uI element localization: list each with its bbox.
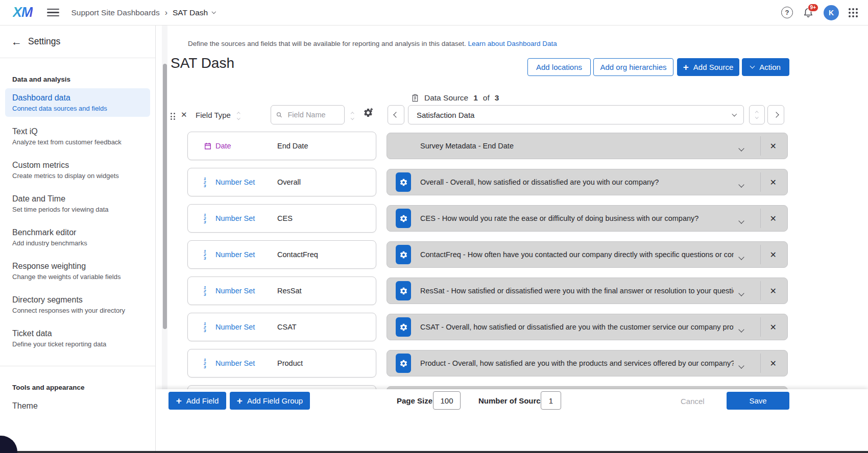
add-field-group-label: Add Field Group <box>247 396 303 405</box>
remove-mapping-button[interactable]: ✕ <box>767 213 780 224</box>
mapping-row[interactable]: Overall - Overall, how satisfied or diss… <box>387 169 788 195</box>
field-card[interactable]: Date End Date <box>187 132 376 160</box>
remove-mapping-button[interactable]: ✕ <box>767 141 780 152</box>
mapping-row[interactable]: ContactFreq - How often have you contact… <box>387 241 788 268</box>
field-card[interactable]: Number Set CES <box>187 204 376 233</box>
breadcrumb-current-label: SAT Dash <box>173 8 208 17</box>
field-name: End Date <box>277 142 308 150</box>
back-arrow-icon[interactable]: ← <box>11 36 22 47</box>
mapping-label: CES - How would you rate the ease or dif… <box>420 214 734 222</box>
field-card[interactable]: Number Set CSAT <box>187 313 376 341</box>
add-field-label: Add Field <box>186 396 219 405</box>
field-type-column-header[interactable]: Field Type <box>196 111 231 119</box>
breadcrumb-current[interactable]: SAT Dash <box>173 8 215 17</box>
sidebar-item-response-weighting[interactable]: Response weighting Change the weights of… <box>5 257 150 285</box>
avatar[interactable]: K <box>824 5 839 20</box>
add-field-group-button[interactable]: + Add Field Group <box>230 392 310 410</box>
field-type-label: Date <box>215 142 231 150</box>
close-icon[interactable]: ✕ <box>181 110 187 119</box>
mapping-settings-button[interactable] <box>396 172 411 192</box>
drag-handle-icon[interactable] <box>171 113 175 120</box>
save-button[interactable]: Save <box>727 392 789 410</box>
add-source-button[interactable]: + Add Source <box>677 58 739 76</box>
apps-grid-icon[interactable] <box>849 8 858 17</box>
mapping-label: Product - Overall, how satisfied are you… <box>420 359 734 367</box>
reorder-source-button[interactable] <box>749 105 765 124</box>
gear-icon <box>399 250 408 259</box>
data-source-total: 3 <box>495 93 499 103</box>
learn-link[interactable]: Learn about Dashboard Data <box>468 40 557 47</box>
chevron-down-icon <box>212 10 216 14</box>
remove-mapping-button[interactable]: ✕ <box>767 358 780 369</box>
mapping-settings-button[interactable] <box>396 209 411 228</box>
number-set-icon <box>204 358 206 369</box>
action-button[interactable]: Action <box>742 58 789 76</box>
gear-icon <box>399 323 408 332</box>
field-name: ContactFreq <box>277 250 318 259</box>
field-card[interactable]: Number Set Overall <box>187 168 376 196</box>
mapping-row[interactable]: CSAT - Overall, how satisfied or dissati… <box>387 314 788 340</box>
add-locations-button[interactable]: Add locations <box>527 58 591 76</box>
app-window: XM Support Site Dashboards › SAT Dash ? … <box>0 0 868 453</box>
breadcrumb-parent[interactable]: Support Site Dashboards <box>71 8 160 17</box>
data-source-counter: Data Source 1 of 3 <box>411 93 499 103</box>
number-of-sources-input[interactable] <box>541 391 561 410</box>
chevron-down-icon[interactable] <box>739 361 743 370</box>
mapping-row[interactable]: Survey Metadata - End Date ✕ <box>387 133 788 159</box>
sidebar-item-dashboard-data[interactable]: Dashboard data Connect data sources and … <box>5 88 150 117</box>
chevron-down-icon[interactable] <box>739 216 743 225</box>
mapping-settings-button[interactable] <box>396 245 411 264</box>
remove-mapping-button[interactable]: ✕ <box>767 322 780 333</box>
sidebar-item-date-and-time[interactable]: Date and Time Set time periods for viewi… <box>5 189 150 218</box>
remove-mapping-button[interactable]: ✕ <box>767 177 780 188</box>
next-source-button[interactable] <box>767 105 784 124</box>
mapping-label: ResSat - How satisfied or dissatisfied w… <box>420 287 734 295</box>
menu-icon[interactable] <box>47 9 59 17</box>
mapping-settings-button[interactable] <box>396 354 411 373</box>
number-set-icon <box>204 213 206 224</box>
data-source-select[interactable]: Satisfaction Data <box>408 105 744 124</box>
chevron-down-icon[interactable] <box>739 252 743 261</box>
field-card[interactable]: Number Set ResSat <box>187 276 376 305</box>
mapping-row[interactable]: Product - Overall, how satisfied are you… <box>387 350 788 376</box>
sort-field-type-icon[interactable] <box>237 113 240 119</box>
add-org-hierarchies-button[interactable]: Add org hierarchies <box>593 58 673 76</box>
sort-field-name-icon[interactable] <box>351 113 354 119</box>
mapping-row[interactable]: CES - How would you rate the ease or dif… <box>387 205 788 232</box>
field-card[interactable]: Number Set Product <box>187 349 376 377</box>
main-content: Define the sources and fields that will … <box>156 26 868 453</box>
sidebar-item-text-iq[interactable]: Text iQ Analyze text from customer feedb… <box>5 122 150 150</box>
chevron-down-icon[interactable] <box>739 288 743 297</box>
mapping-label: Overall - Overall, how satisfied or diss… <box>420 178 734 186</box>
add-field-button[interactable]: + Add Field <box>168 392 226 410</box>
prev-source-button[interactable] <box>388 105 404 124</box>
page-size-input[interactable] <box>433 391 461 410</box>
chevron-down-icon[interactable] <box>739 143 743 153</box>
field-card[interactable]: Number Set ContactFreq <box>187 240 376 269</box>
remove-mapping-button[interactable]: ✕ <box>767 286 780 296</box>
sidebar-item-subtitle: Set time periods for viewing data <box>12 206 143 213</box>
mapping-settings-button[interactable] <box>396 281 411 300</box>
sidebar-item-benchmark-editor[interactable]: Benchmark editor Add industry benchmarks <box>5 223 150 251</box>
cancel-button[interactable]: Cancel <box>678 396 708 406</box>
sidebar-item-custom-metrics[interactable]: Custom metrics Create metrics to display… <box>5 156 150 184</box>
notifications-button[interactable]: 9+ <box>803 7 814 18</box>
mapping-settings-button[interactable] <box>396 317 411 337</box>
sidebar-item-ticket-data[interactable]: Ticket data Define your ticket reporting… <box>5 324 150 353</box>
data-source-selected: Satisfaction Data <box>417 111 474 119</box>
help-icon[interactable]: ? <box>781 7 793 18</box>
search-input[interactable] <box>286 110 339 119</box>
mapping-row[interactable]: ResSat - How satisfied or dissatisfied w… <box>387 278 788 304</box>
chevron-down-icon[interactable] <box>739 180 743 189</box>
field-type-label: Number Set <box>215 359 255 367</box>
divider <box>760 209 761 228</box>
mapping-label: CSAT - Overall, how satisfied or dissati… <box>420 323 734 331</box>
scrollbar-thumb[interactable] <box>163 64 167 329</box>
sidebar-item-theme[interactable]: Theme <box>5 396 150 415</box>
list-settings-gear-icon[interactable] <box>363 108 373 120</box>
sidebar-item-directory-segments[interactable]: Directory segments Connect responses wit… <box>5 290 150 319</box>
chevron-down-icon[interactable] <box>739 324 743 334</box>
remove-mapping-button[interactable]: ✕ <box>767 249 780 260</box>
xm-logo[interactable]: XM <box>13 5 33 20</box>
divider <box>760 245 761 264</box>
